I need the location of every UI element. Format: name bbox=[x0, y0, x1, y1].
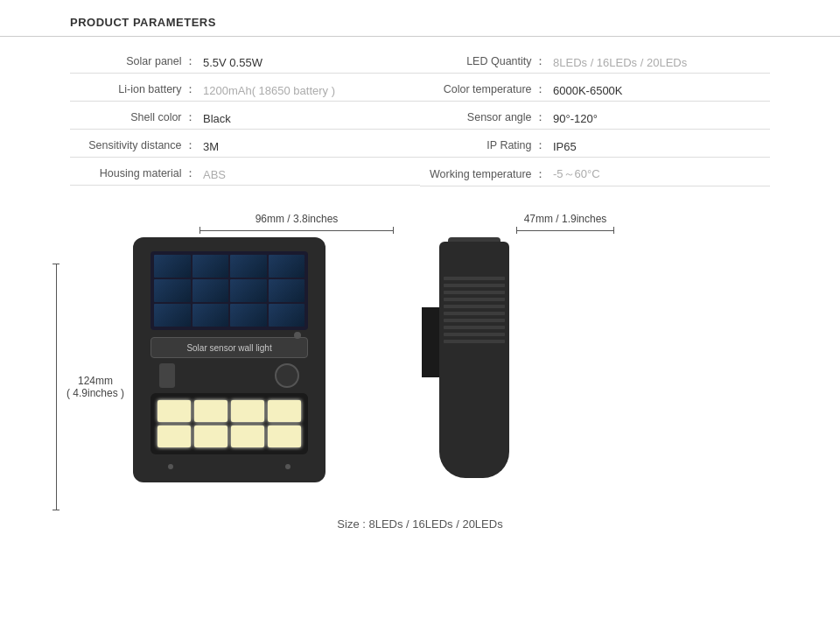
width-measurement-side: 47mm / 1.9inches bbox=[516, 213, 614, 234]
solar-cell bbox=[154, 255, 191, 278]
param-label: Solar panel ： bbox=[70, 54, 201, 69]
led-bulb bbox=[231, 426, 264, 447]
params-left-col: Solar panel ： 5.5V 0.55W Li-ion battery … bbox=[70, 54, 420, 195]
led-bulb bbox=[194, 426, 228, 447]
rib bbox=[444, 305, 505, 308]
dimensions-section: 96mm / 3.8inches 47mm / 1.9inches bbox=[0, 204, 840, 539]
side-bracket bbox=[422, 307, 439, 377]
main-diagram: 124mm ( 4.9inches ) bbox=[52, 237, 788, 510]
solar-cell bbox=[269, 304, 305, 327]
v-tick-bottom bbox=[52, 510, 60, 510]
size-label-text: Size : 8LEDs / 16LEDs / 20LEDs bbox=[337, 517, 502, 531]
param-row-left-2: Shell color ： Black bbox=[70, 110, 420, 130]
solar-cell bbox=[230, 255, 267, 278]
solar-panel bbox=[150, 251, 308, 330]
solar-cell bbox=[230, 304, 267, 327]
side-body bbox=[439, 242, 509, 478]
param-label: LED Quantity ： bbox=[420, 54, 551, 69]
height-label: 124mm bbox=[66, 375, 124, 387]
param-row-left-3: Sensitivity distance ： 3M bbox=[70, 138, 420, 158]
rib bbox=[444, 277, 505, 280]
param-value: 1200mAh( 18650 battery ) bbox=[201, 84, 359, 97]
product-label-band: Solar sensor wall light bbox=[150, 337, 308, 358]
param-label: Working temperature ： bbox=[420, 167, 551, 182]
v-vert-line bbox=[56, 264, 57, 510]
height-label-col: 124mm ( 4.9inches ) bbox=[66, 375, 124, 399]
front-bottom bbox=[150, 458, 308, 475]
product-front-image: Solar sensor wall light bbox=[133, 237, 326, 482]
param-value: 90°-120° bbox=[551, 112, 709, 125]
width-arrow-side bbox=[516, 227, 614, 234]
rib bbox=[444, 312, 505, 315]
led-bulb bbox=[194, 400, 228, 422]
width-arrow-front bbox=[200, 227, 394, 234]
height-sub-label: ( 4.9inches ) bbox=[66, 387, 124, 399]
param-row-right-2: Sensor angle ： 90°-120° bbox=[420, 110, 770, 130]
mode-switch bbox=[159, 363, 175, 388]
product-label-text: Solar sensor wall light bbox=[186, 343, 271, 353]
page-header: PRODUCT PARAMETERS bbox=[0, 0, 840, 37]
solar-cell bbox=[192, 279, 229, 302]
led-bulb bbox=[158, 426, 191, 447]
size-label: Size : 8LEDs / 16LEDs / 20LEDs bbox=[52, 517, 788, 539]
horiz-line bbox=[200, 230, 393, 231]
param-row-left-1: Li-ion battery ： 1200mAh( 18650 battery … bbox=[70, 82, 420, 102]
solar-cell bbox=[154, 279, 191, 302]
param-label: Sensor angle ： bbox=[420, 110, 551, 125]
small-dot-right bbox=[285, 464, 290, 469]
rib bbox=[444, 284, 505, 287]
height-measurement: 124mm ( 4.9inches ) bbox=[52, 264, 124, 510]
param-label: Shell color ： bbox=[70, 110, 201, 125]
param-value: -5～60°C bbox=[551, 166, 709, 182]
param-row-right-3: IP Rating ： IP65 bbox=[420, 138, 770, 158]
rib bbox=[444, 340, 505, 343]
params-section: Solar panel ： 5.5V 0.55W Li-ion battery … bbox=[0, 37, 840, 204]
solar-cell bbox=[154, 304, 191, 327]
param-label: Li-ion battery ： bbox=[70, 82, 201, 97]
horiz-line-side bbox=[517, 230, 613, 231]
param-row-right-0: LED Quantity ： 8LEDs / 16LEDs / 20LEDs bbox=[420, 54, 770, 74]
v-arrow bbox=[52, 264, 60, 510]
led-bulb bbox=[231, 400, 264, 422]
param-row-left-0: Solar panel ： 5.5V 0.55W bbox=[70, 54, 420, 74]
param-value: Black bbox=[201, 112, 359, 125]
rib bbox=[444, 319, 505, 322]
led-bulb bbox=[158, 400, 191, 422]
led-bulb bbox=[268, 426, 301, 447]
width-label-front: 96mm / 3.8inches bbox=[256, 213, 339, 225]
led-array bbox=[150, 393, 308, 454]
param-row-right-1: Color temperature ： 6000K-6500K bbox=[420, 82, 770, 102]
pir-sensor bbox=[275, 363, 299, 388]
width-label-side: 47mm / 1.9inches bbox=[524, 213, 607, 225]
rib bbox=[444, 333, 505, 336]
page-title: PRODUCT PARAMETERS bbox=[70, 16, 216, 29]
solar-cell bbox=[192, 255, 229, 278]
tick-right-side bbox=[613, 227, 614, 234]
rib bbox=[444, 291, 505, 294]
param-value: 5.5V 0.55W bbox=[201, 56, 359, 69]
rib bbox=[444, 326, 505, 329]
tick-right bbox=[393, 227, 394, 234]
side-ribs bbox=[444, 277, 505, 343]
param-row-right-4: Working temperature ： -5～60°C bbox=[420, 166, 770, 186]
param-label: Color temperature ： bbox=[420, 82, 551, 97]
param-value: 6000K-6500K bbox=[551, 84, 709, 97]
led-bulb bbox=[268, 400, 301, 422]
param-value: 3M bbox=[201, 140, 359, 153]
small-dot-left bbox=[168, 464, 173, 469]
top-measurements: 96mm / 3.8inches 47mm / 1.9inches bbox=[200, 213, 788, 234]
param-value: ABS bbox=[201, 168, 359, 181]
sensor-dot bbox=[294, 332, 301, 339]
solar-cell bbox=[269, 255, 305, 278]
width-measurement-front: 96mm / 3.8inches bbox=[200, 213, 394, 234]
params-right-col: LED Quantity ： 8LEDs / 16LEDs / 20LEDs C… bbox=[420, 54, 770, 195]
param-label: IP Rating ： bbox=[420, 138, 551, 153]
rib bbox=[444, 298, 505, 301]
param-value: IP65 bbox=[551, 140, 709, 153]
param-label: Housing material ： bbox=[70, 166, 201, 181]
product-side-image bbox=[413, 237, 509, 482]
param-label: Sensitivity distance ： bbox=[70, 138, 201, 153]
solar-cell bbox=[230, 279, 267, 302]
solar-cell bbox=[192, 304, 229, 327]
solar-cell bbox=[269, 279, 305, 302]
